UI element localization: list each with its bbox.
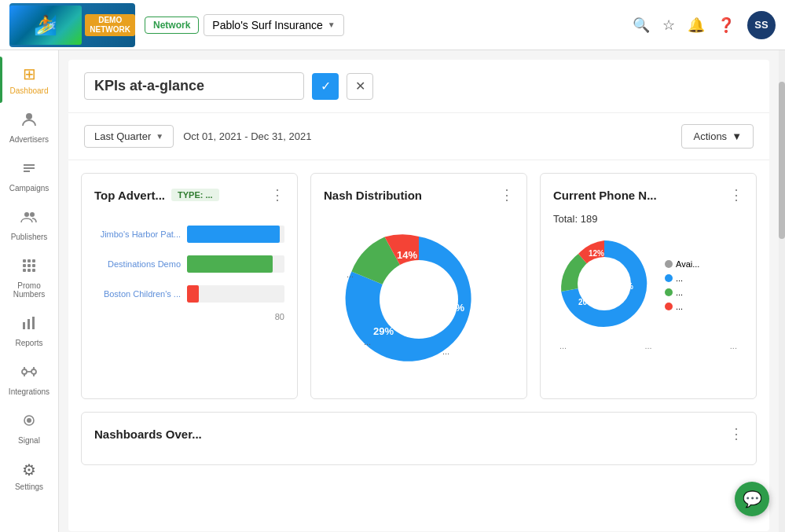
period-chevron-icon: ▼ xyxy=(156,132,163,141)
sidebar-item-label: Publishers xyxy=(11,233,48,241)
sidebar-item-promo-numbers[interactable]: Promo Numbers xyxy=(0,249,58,306)
confirm-button[interactable]: ✓ xyxy=(312,73,339,100)
sidebar-item-label: Settings xyxy=(15,482,43,491)
svg-text:...: ... xyxy=(347,270,354,279)
sidebar-item-dashboard[interactable]: ⊞ Dashboard xyxy=(0,57,58,103)
sidebar-item-signal[interactable]: Signal xyxy=(0,404,58,453)
widget-title-bottom: Nashboards Over... xyxy=(94,427,202,441)
donut-chart-container: 57% 29% 14% ... ... ... xyxy=(324,213,514,386)
widget-header-3: Current Phone N... ⋮ xyxy=(553,186,743,204)
advertisers-icon xyxy=(20,111,38,132)
widget-nashboards: Nashboards Over... ⋮ xyxy=(81,412,757,465)
bar-fill-3 xyxy=(187,285,199,303)
svg-rect-5 xyxy=(32,259,35,262)
account-chevron-icon: ▼ xyxy=(328,20,336,29)
period-dropdown[interactable]: Last Quarter ▼ xyxy=(84,125,174,148)
sidebar-item-label: Dashboard xyxy=(10,86,49,95)
svg-point-2 xyxy=(30,212,35,217)
sidebar-item-reports[interactable]: Reports xyxy=(0,306,58,355)
svg-text:14%: 14% xyxy=(397,249,417,261)
sidebar-item-publishers[interactable]: Publishers xyxy=(0,200,58,249)
help-icon[interactable]: ❓ xyxy=(717,17,735,34)
svg-text:...: ... xyxy=(442,347,449,356)
widget-nash-distribution: Nash Distribution ⋮ xyxy=(310,173,527,399)
scrollbar-thumb[interactable] xyxy=(779,82,785,239)
legend-label-2: ... xyxy=(676,288,683,297)
sidebar-item-campaigns[interactable]: Campaigns xyxy=(0,152,58,200)
dashboard-icon: ⊞ xyxy=(23,64,36,83)
sidebar-item-settings[interactable]: ⚙ Settings xyxy=(0,453,58,499)
logo-area[interactable]: DEMO NETWORK xyxy=(9,3,135,47)
svg-text:29%: 29% xyxy=(373,325,394,337)
widget-menu-icon-3[interactable]: ⋮ xyxy=(729,186,743,204)
phone-total: Total: 189 xyxy=(553,213,743,225)
bar-track-1 xyxy=(187,226,284,243)
svg-rect-4 xyxy=(28,259,31,262)
sidebar-item-integrations[interactable]: Integrations xyxy=(0,355,58,404)
widget-top-advertisers: Top Advert... TYPE: ... ⋮ Jimbo's Harbor… xyxy=(81,173,298,399)
bar-row-3: Boston Children's ... xyxy=(94,285,284,303)
svg-rect-11 xyxy=(32,269,35,272)
widgets-grid: Top Advert... TYPE: ... ⋮ Jimbo's Harbor… xyxy=(68,160,769,412)
legend-item-1: ... xyxy=(665,273,699,283)
phone-donut-chart: 59% 20% 12% xyxy=(553,233,655,335)
outer-label-3: ... xyxy=(730,341,737,350)
svg-rect-3 xyxy=(23,259,26,262)
publishers-icon xyxy=(20,208,38,229)
sidebar-item-label: Advertisers xyxy=(9,135,49,144)
actions-button[interactable]: Actions ▼ xyxy=(681,124,754,149)
sidebar-item-label: Reports xyxy=(15,339,42,347)
sidebar-item-label: Promo Numbers xyxy=(6,281,52,299)
star-icon[interactable]: ☆ xyxy=(662,17,675,34)
outer-label-2: ... xyxy=(644,341,651,350)
sidebar: ⊞ Dashboard Advertisers Campaigns Publis… xyxy=(0,50,59,532)
sidebar-item-label: Integrations xyxy=(9,387,50,396)
legend-label-3: ... xyxy=(676,302,683,311)
chat-icon: 💬 xyxy=(743,490,762,508)
bar-label-2: Destinations Demo xyxy=(94,259,181,269)
bar-label-1: Jimbo's Harbor Pat... xyxy=(94,229,181,239)
widget-header-2: Nash Distribution ⋮ xyxy=(324,186,514,204)
network-pill[interactable]: Network xyxy=(145,17,199,34)
search-icon[interactable]: 🔍 xyxy=(633,17,650,34)
svg-point-16 xyxy=(31,369,36,374)
signal-icon xyxy=(20,412,38,433)
chat-fab[interactable]: 💬 xyxy=(735,482,769,516)
bottom-widgets-row: Nashboards Over... ⋮ xyxy=(68,412,769,478)
dashboard-panel: ✓ ✕ Last Quarter ▼ Oct 01, 2021 - Dec 31… xyxy=(68,60,769,531)
bell-icon[interactable]: 🔔 xyxy=(688,17,705,34)
widget-menu-icon[interactable]: ⋮ xyxy=(270,186,284,204)
sidebar-item-advertisers[interactable]: Advertisers xyxy=(0,103,58,152)
svg-point-0 xyxy=(26,113,32,119)
legend-item-available: Avai... xyxy=(665,259,699,269)
widget-menu-icon-2[interactable]: ⋮ xyxy=(500,186,514,204)
widget-header-bottom: Nashboards Over... ⋮ xyxy=(94,425,743,442)
bar-row-1: Jimbo's Harbor Pat... xyxy=(94,226,284,243)
svg-rect-9 xyxy=(23,269,26,272)
outer-label-1: ... xyxy=(559,341,567,350)
campaigns-icon xyxy=(20,160,38,181)
main-layout: ⊞ Dashboard Advertisers Campaigns Publis… xyxy=(0,50,785,532)
content-area: ✓ ✕ Last Quarter ▼ Oct 01, 2021 - Dec 31… xyxy=(59,50,779,532)
widget-title-3: Current Phone N... xyxy=(553,189,657,202)
svg-text:59%: 59% xyxy=(618,282,633,291)
promo-numbers-icon xyxy=(20,257,38,278)
widget-title: Top Advert... xyxy=(94,189,165,202)
bar-row-2: Destinations Demo xyxy=(94,255,284,273)
integrations-icon xyxy=(20,363,38,384)
nav-right: 🔍 ☆ 🔔 ❓ SS xyxy=(633,11,776,39)
svg-rect-14 xyxy=(32,317,35,329)
bar-chart: Jimbo's Harbor Pat... Destinations Demo xyxy=(94,213,284,334)
avatar[interactable]: SS xyxy=(747,11,776,39)
widget-menu-icon-bottom[interactable]: ⋮ xyxy=(729,425,743,442)
cancel-button[interactable]: ✕ xyxy=(347,73,373,100)
bar-fill-2 xyxy=(187,255,273,273)
logo-image xyxy=(9,6,82,45)
account-selector[interactable]: Pablo's Surf Insurance ▼ xyxy=(204,14,343,36)
svg-point-1 xyxy=(24,212,29,217)
dashboard-title-input[interactable] xyxy=(84,72,304,100)
scrollbar-track[interactable] xyxy=(779,50,785,532)
svg-text:12%: 12% xyxy=(589,249,604,258)
phone-chart-area: 59% 20% 12% Avai... xyxy=(553,233,743,338)
svg-text:57%: 57% xyxy=(444,302,464,314)
